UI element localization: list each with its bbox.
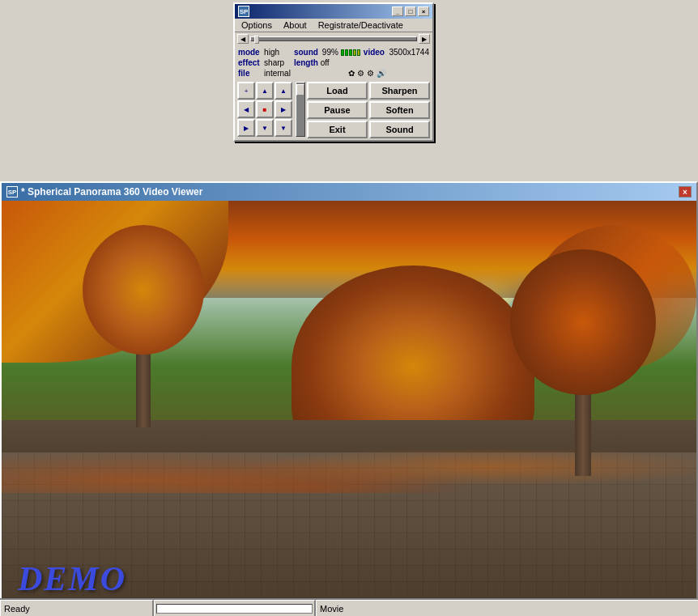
transport-btn-3[interactable]: ▲ xyxy=(275,82,292,100)
cp-maximize-btn[interactable]: □ xyxy=(405,6,416,16)
mode-value: high xyxy=(262,47,292,57)
transport-btn-left[interactable]: ◀ xyxy=(237,100,255,118)
transport-buttons: + ▲ ▲ ◀ ■ ▶ ▶ ▼ ▼ xyxy=(237,82,292,137)
transport-btn-down[interactable]: ▼ xyxy=(256,119,274,137)
cp-app-icon: SP xyxy=(238,6,249,17)
cp-close-btn[interactable]: × xyxy=(418,6,429,16)
tree-left xyxy=(83,225,204,427)
file-value: internal xyxy=(262,68,292,79)
tree-right-canopy xyxy=(510,249,656,395)
video-value: 3500x1744 xyxy=(388,47,432,57)
status-ready-text: Ready xyxy=(4,604,30,614)
sound-seg-5 xyxy=(357,49,360,56)
demo-watermark: DEMO xyxy=(18,559,126,598)
control-panel: SP _ □ × Options About Registrate/Deacti… xyxy=(233,2,434,142)
cp-titlebar: SP _ □ × xyxy=(235,4,432,19)
cp-seek-bar: ◀ ▶ xyxy=(235,32,432,45)
viewer-titlebar: SP * Spherical Panorama 360 Video Viewer… xyxy=(2,183,696,201)
vertical-slider[interactable] xyxy=(296,82,305,137)
menu-registrate[interactable]: Registrate/Deactivate xyxy=(313,19,408,31)
sound-seg-4 xyxy=(353,49,356,56)
effect-label: effect xyxy=(236,57,262,68)
video-label: video xyxy=(362,47,388,57)
pause-button[interactable]: Pause xyxy=(307,101,368,119)
transport-btn-9[interactable]: ▼ xyxy=(275,119,292,137)
viewer-title: * Spherical Panorama 360 Video Viewer xyxy=(21,186,202,198)
cp-transport: + ▲ ▲ ◀ ■ ▶ ▶ ▼ ▼ Load Sharpen Pause Sof… xyxy=(235,80,432,140)
tree-right xyxy=(510,249,656,476)
sound-seg-1 xyxy=(341,49,344,56)
info-row-2: effect sharp length off xyxy=(236,57,431,68)
sound-value: 99% xyxy=(321,47,362,57)
tree-left-canopy xyxy=(83,225,204,355)
transport-btn-right[interactable]: ▶ xyxy=(275,100,292,118)
viewer-close-btn[interactable]: × xyxy=(679,186,692,198)
status-ready-panel: Ready xyxy=(0,600,154,616)
sound-label: sound xyxy=(292,47,321,57)
effect-value: sharp xyxy=(262,57,292,68)
sound-seg-3 xyxy=(349,49,352,56)
sharpen-button[interactable]: Sharpen xyxy=(369,82,430,100)
panorama-scene: DEMO xyxy=(2,201,696,614)
seek-thumb[interactable] xyxy=(254,36,259,44)
icon-flower[interactable]: ✿ xyxy=(348,69,355,78)
status-progress-panel xyxy=(154,600,316,616)
status-movie-panel: Movie xyxy=(316,600,698,616)
icon-gear[interactable]: ⚙ xyxy=(357,69,364,78)
status-movie-text: Movie xyxy=(320,604,343,614)
action-row-3: Exit Sound xyxy=(307,121,430,138)
sound-seg-2 xyxy=(345,49,348,56)
cp-title-left: SP xyxy=(238,6,249,17)
cp-titlebar-buttons: _ □ × xyxy=(392,6,429,16)
status-bar: Ready Movie xyxy=(0,598,698,616)
viewer-app-icon: SP xyxy=(6,186,18,198)
viewer-window: SP * Spherical Panorama 360 Video Viewer… xyxy=(0,181,698,616)
length-value: off xyxy=(321,58,330,67)
length-cell: length off xyxy=(292,57,362,68)
sound-button[interactable]: Sound xyxy=(369,121,430,138)
sound-pct: 99% xyxy=(322,48,338,57)
icons-cell: ✿ ⚙ ⚙ 🔊 xyxy=(292,68,388,79)
transport-btn-up[interactable]: ▲ xyxy=(256,82,274,100)
seek-right-arrow[interactable]: ▶ xyxy=(419,34,430,44)
icon-speaker[interactable]: 🔊 xyxy=(377,69,386,78)
soften-button[interactable]: Soften xyxy=(369,101,430,119)
mode-label: mode xyxy=(236,47,262,57)
viewer-title-left: SP * Spherical Panorama 360 Video Viewer xyxy=(6,186,202,198)
menu-about[interactable]: About xyxy=(279,19,312,31)
viewer-content[interactable]: DEMO xyxy=(2,201,696,614)
cp-minimize-btn[interactable]: _ xyxy=(392,6,403,16)
transport-btn-7[interactable]: ▶ xyxy=(237,119,255,137)
exit-button[interactable]: Exit xyxy=(307,121,368,138)
sound-bar: 99% xyxy=(322,48,360,57)
action-row-1: Load Sharpen xyxy=(307,82,430,100)
file-label: file xyxy=(236,68,262,79)
cp-body: mode high sound 99% vid xyxy=(235,45,432,80)
action-buttons: Load Sharpen Pause Soften Exit Sound xyxy=(307,82,430,138)
seek-track[interactable] xyxy=(250,36,417,41)
load-button[interactable]: Load xyxy=(307,82,368,100)
action-row-2: Pause Soften xyxy=(307,101,430,119)
cp-menubar: Options About Registrate/Deactivate xyxy=(235,19,432,32)
info-row-1: mode high sound 99% vid xyxy=(236,47,431,57)
v-slider-thumb[interactable] xyxy=(296,84,304,96)
progress-bar xyxy=(156,604,313,614)
length-label: length xyxy=(294,58,318,67)
seek-left-arrow[interactable]: ◀ xyxy=(237,34,249,44)
transport-btn-center[interactable]: ■ xyxy=(256,100,274,118)
transport-btn-1[interactable]: + xyxy=(237,82,255,100)
icon-gear2[interactable]: ⚙ xyxy=(367,69,374,78)
menu-options[interactable]: Options xyxy=(236,19,277,31)
info-row-3: file internal ✿ ⚙ ⚙ 🔊 xyxy=(236,68,431,79)
info-table: mode high sound 99% vid xyxy=(236,47,431,79)
